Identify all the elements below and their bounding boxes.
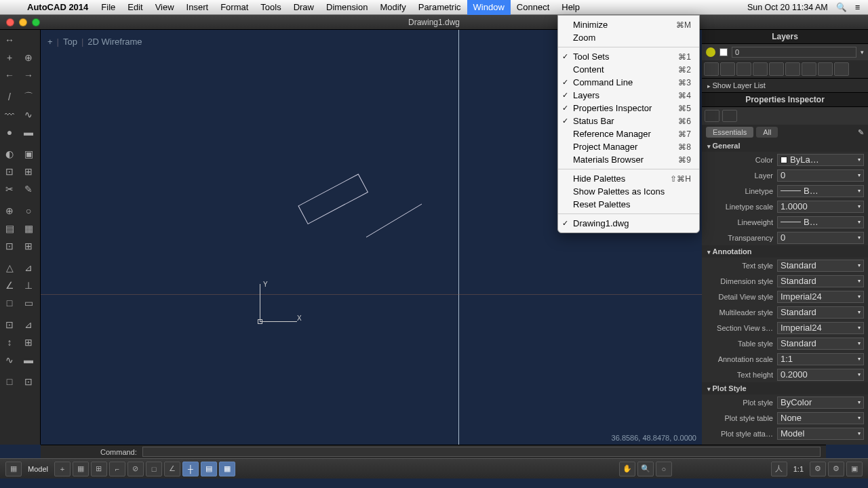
tool-button-11[interactable]: ▬ [19,123,38,141]
app-name[interactable]: AutoCAD 2014 [20,2,95,12]
orbit-icon[interactable]: ○ [656,462,672,476]
menu-modify[interactable]: Modify [374,0,412,15]
menu-connect[interactable]: Connect [511,0,555,15]
menu-parametric[interactable]: Parametric [412,0,467,15]
anno-scale-icon[interactable]: 人 [771,462,787,476]
ortho-toggle[interactable]: ⌐ [109,462,125,476]
pan-icon[interactable]: ✋ [619,462,635,476]
tool-button-27[interactable]: ⊥ [19,277,38,294]
tool-button-10[interactable]: ● [0,123,19,141]
tool-button-3[interactable]: ⊕ [19,49,38,66]
section-general[interactable]: General [702,140,868,152]
layer-tool-8[interactable] [834,62,849,76]
dropdown-caret-icon[interactable]: ▾ [861,49,864,56]
menuitem-tool-sets[interactable]: ✓Tool Sets⌘1 [558,50,699,63]
menuitem-hide-palettes[interactable]: Hide Palettes⇧⌘H [558,172,699,185]
tool-button-29[interactable]: ▭ [19,294,38,312]
tool-button-36[interactable]: □ [0,373,19,390]
menuitem-minimize[interactable]: Minimize⌘M [558,18,699,31]
props-tool-1[interactable] [705,110,719,122]
current-layer-control[interactable]: ▾ [702,44,868,60]
layer-color-swatch[interactable] [719,48,728,56]
menu-window[interactable]: Window [467,0,511,15]
prop-value[interactable]: Imperial24▾ [777,291,864,303]
tool-button-20[interactable]: ▤ [0,220,19,237]
lwt-toggle[interactable]: ▤ [201,462,217,476]
menu-insert[interactable]: Insert [180,0,215,15]
prop-value[interactable]: ByColor▾ [777,396,864,409]
layer-tool-2[interactable] [736,62,751,76]
command-line[interactable]: Command: [41,445,826,458]
snap-toggle[interactable]: ⊞ [91,462,107,476]
section-annotation[interactable]: Annotation [702,245,868,258]
menu-help[interactable]: Help [555,0,586,15]
tool-button-37[interactable]: ⊡ [19,373,38,390]
command-input[interactable] [142,447,821,457]
osnap-toggle[interactable]: □ [146,462,162,476]
tool-button-5[interactable]: → [19,66,38,84]
qp-toggle[interactable]: ▦ [219,462,235,476]
tool-button-12[interactable]: ◐ [0,145,19,163]
menu-format[interactable]: Format [214,0,254,15]
menu-draw[interactable]: Draw [288,0,320,15]
tool-button-21[interactable]: ▦ [19,220,38,237]
tool-button-2[interactable]: + [0,49,19,66]
tool-button-19[interactable]: ○ [19,202,38,220]
props-tool-2[interactable] [722,110,737,122]
menuitem-content[interactable]: Content⌘2 [558,63,699,76]
menuitem-drawing1-dwg[interactable]: ✓Drawing1.dwg [558,217,699,230]
layer-tool-0[interactable] [704,62,719,76]
menuitem-reset-palettes[interactable]: Reset Palettes [558,198,699,211]
tool-button-16[interactable]: ✂ [0,180,19,198]
menu-view[interactable]: View [149,0,180,15]
prop-value[interactable]: None▾ [777,412,864,424]
workspace-icon[interactable]: ⚙ [828,462,844,476]
prop-value[interactable]: 0▾ [777,232,864,244]
prop-value[interactable]: Standard▾ [777,260,864,272]
zoom-window-button[interactable] [32,18,40,26]
anno-scale[interactable]: 1:1 [789,465,808,473]
menu-dimension[interactable]: Dimension [320,0,374,15]
menuitem-status-bar[interactable]: ✓Status Bar⌘6 [558,115,699,127]
menuitem-show-palettes-as-icons[interactable]: Show Palettes as Icons [558,185,699,198]
close-window-button[interactable] [6,18,14,26]
prop-value[interactable]: 1:1▾ [777,353,864,365]
menuitem-layers[interactable]: ✓Layers⌘4 [558,89,699,102]
anno-auto-icon[interactable]: ⚙ [810,462,826,476]
layout-icon[interactable]: ▦ [5,462,22,476]
prop-value[interactable]: 0▾ [777,169,864,182]
tool-button-13[interactable]: ▣ [19,145,38,163]
layer-tool-6[interactable] [802,62,816,76]
tool-button-6[interactable]: / [0,88,19,106]
menuitem-properties-inspector[interactable]: ✓Properties Inspector⌘5 [558,102,699,115]
tool-button-18[interactable]: ⊕ [0,202,19,220]
layer-tool-1[interactable] [720,62,735,76]
minimize-window-button[interactable] [19,18,27,26]
tool-button-25[interactable]: ⊿ [19,259,38,277]
layer-tool-3[interactable] [753,62,768,76]
prop-value[interactable]: 1.0000▾ [777,201,864,213]
tool-button-22[interactable]: ⊡ [0,237,19,255]
tool-button-33[interactable]: ⊞ [19,333,38,351]
tool-button-35[interactable]: ▬ [19,351,38,369]
prop-value[interactable]: ByLa…▾ [777,154,864,166]
polar-toggle[interactable]: ⊘ [127,462,144,476]
tool-button-8[interactable]: 〰 [0,106,19,123]
tool-button-32[interactable]: ↕ [0,333,19,351]
menuitem-command-line[interactable]: ✓Command Line⌘3 [558,76,699,89]
tool-button-17[interactable]: ✎ [19,180,38,198]
dyn-toggle[interactable]: ┼ [182,462,199,476]
spotlight-icon[interactable]: 🔍 [836,2,847,12]
prop-value[interactable]: Standard▾ [777,306,864,319]
status-btn-1[interactable]: + [54,462,71,476]
tool-button-28[interactable]: □ [0,294,19,312]
prop-value[interactable]: 0.2000▾ [777,369,864,381]
show-layer-list-toggle[interactable]: Show Layer List [702,79,868,93]
prop-value[interactable]: B…▾ [777,185,864,197]
layer-tool-7[interactable] [818,62,833,76]
menu-file[interactable]: File [95,0,121,15]
tool-button-15[interactable]: ⊞ [19,163,38,180]
tool-button-1[interactable] [19,31,38,49]
grid-toggle[interactable]: ▦ [73,462,89,476]
tool-button-0[interactable]: ↔ [0,31,19,49]
